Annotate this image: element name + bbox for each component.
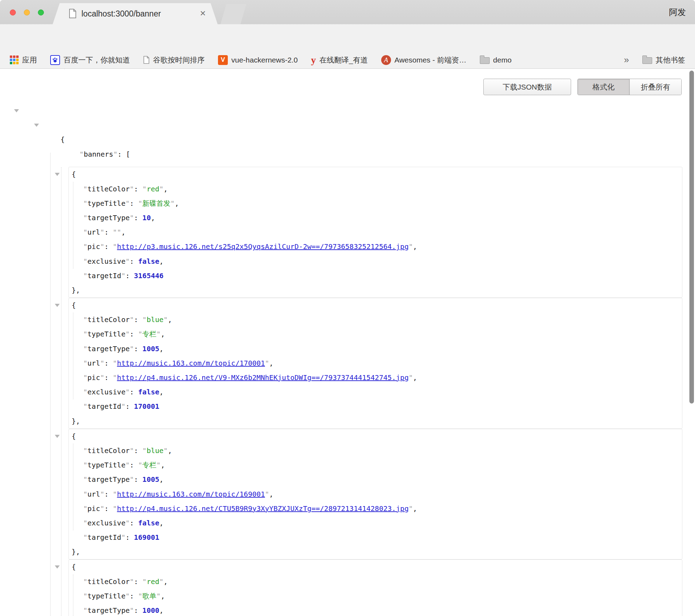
- quote: ": [83, 359, 87, 367]
- bookmark-item-demo-folder[interactable]: demo: [480, 56, 512, 64]
- quote: ": [83, 345, 87, 353]
- quote: ": [130, 475, 134, 484]
- json-key: exclusive: [87, 519, 125, 527]
- minimize-window-icon[interactable]: [24, 9, 30, 15]
- json-bool-value: false: [138, 519, 159, 527]
- quote: ": [83, 461, 87, 469]
- json-link-value[interactable]: http://p3.music.126.net/s25q2x5QyqsAzilC…: [117, 242, 409, 251]
- quote: ": [143, 315, 147, 324]
- json-field-row: "targetId": 169001: [69, 530, 682, 545]
- quote: ": [125, 199, 130, 208]
- json-key: targetId: [87, 402, 121, 411]
- bookmark-item-google-sort[interactable]: 谷歌按时间排序: [143, 55, 205, 65]
- quote: ": [121, 533, 125, 542]
- json-array-items: {"titleColor": "red","typeTitle": "新碟首发"…: [68, 167, 682, 616]
- collapse-triangle-icon[interactable]: [55, 173, 60, 176]
- bookmark-label: 百度一下，你就知道: [64, 55, 130, 65]
- youdao-icon: y: [311, 54, 316, 66]
- new-tab-button[interactable]: [220, 4, 246, 24]
- baidu-paw-icon: [50, 55, 60, 65]
- json-array-item: {"titleColor": "blue","typeTitle": "专栏",…: [68, 429, 682, 560]
- download-json-button[interactable]: 下载JSON数据: [483, 79, 571, 95]
- json-string-value: blue: [147, 315, 164, 324]
- format-button[interactable]: 格式化: [578, 79, 629, 95]
- comma: ,: [159, 519, 164, 527]
- quote: ": [164, 315, 168, 324]
- collapse-triangle-icon[interactable]: [55, 565, 60, 569]
- json-link-value[interactable]: http://music.163.com/m/topic/169001: [117, 490, 265, 498]
- json-number-value: 1005: [143, 475, 159, 484]
- json-key: exclusive: [87, 388, 125, 396]
- comma: ,: [161, 461, 165, 469]
- tab-close-icon[interactable]: ×: [200, 3, 206, 24]
- json-bool-value: false: [138, 388, 159, 396]
- page-content: 下载JSON数据 格式化 折叠所有 { "banners": [ {"title…: [0, 69, 695, 616]
- json-link-value[interactable]: http://p4.music.126.net/V9-MXz6b2MNhEKju…: [117, 373, 409, 382]
- bookmarks-bar: 应用 百度一下，你就知道 谷歌按时间排序 V vue-hackerne: [0, 51, 695, 69]
- apps-shortcut[interactable]: 应用: [10, 55, 37, 65]
- json-string-value: red: [147, 185, 159, 193]
- quote: ": [83, 185, 87, 193]
- comma: ,: [159, 345, 164, 353]
- json-string-value: 歌单: [143, 592, 157, 600]
- json-key: targetType: [87, 345, 130, 353]
- awesomes-icon: A: [381, 55, 391, 65]
- quote: ": [130, 577, 134, 586]
- quote: ": [125, 519, 130, 527]
- quote: ": [138, 199, 143, 208]
- quote: ": [113, 359, 117, 367]
- collapse-triangle-icon[interactable]: [55, 304, 60, 307]
- banners-key: "banners": [: [79, 150, 130, 158]
- colon: :: [130, 257, 138, 266]
- json-object-open-row: {: [69, 429, 682, 444]
- json-bool-value: false: [138, 257, 159, 266]
- json-link-value[interactable]: http://music.163.com/m/topic/170001: [117, 359, 265, 367]
- comma: ,: [121, 228, 125, 236]
- active-tab[interactable]: localhost:3000/banner ×: [53, 3, 218, 24]
- view-mode-group: 格式化 折叠所有: [577, 79, 682, 95]
- bookmark-item-youdao[interactable]: y 在线翻译_有道: [311, 54, 368, 66]
- bookmark-item-baidu[interactable]: 百度一下，你就知道: [50, 55, 130, 65]
- bookmarks-overflow-icon[interactable]: »: [624, 54, 629, 65]
- comma: ,: [269, 490, 273, 498]
- quote: ": [130, 446, 134, 455]
- colon: :: [130, 199, 138, 208]
- quote: ": [83, 330, 87, 338]
- quote: ": [100, 373, 104, 382]
- json-field-row: "targetType": 1000,: [69, 603, 682, 616]
- collapse-triangle-icon[interactable]: [34, 124, 39, 127]
- quote: ": [130, 345, 134, 353]
- colon: :: [130, 461, 138, 469]
- profile-name[interactable]: 阿发: [669, 0, 686, 24]
- json-banners-row: "banners": [: [0, 118, 695, 132]
- colon: :: [134, 214, 143, 222]
- quote: ": [100, 242, 104, 251]
- maximize-window-icon[interactable]: [38, 9, 44, 15]
- comma: ,: [159, 606, 164, 615]
- empty-string-value: "": [113, 228, 121, 236]
- json-field-row: "typeTitle": "专栏",: [69, 327, 682, 341]
- scrollbar-thumb[interactable]: [689, 71, 694, 404]
- collapse-all-button[interactable]: 折叠所有: [629, 79, 681, 95]
- collapse-triangle-icon[interactable]: [14, 109, 19, 112]
- comma: ,: [413, 504, 417, 513]
- bookmark-item-vue-hackernews[interactable]: V vue-hackernews-2.0: [218, 55, 298, 65]
- json-key: pic: [87, 504, 100, 513]
- quote: ": [100, 504, 104, 513]
- bookmark-label: Awesomes - 前端资…: [395, 55, 466, 65]
- json-number-value: 1005: [143, 345, 159, 353]
- json-string-value: 专栏: [143, 461, 157, 469]
- collapse-triangle-icon[interactable]: [55, 435, 60, 438]
- quote: ": [83, 606, 87, 615]
- close-window-icon[interactable]: [10, 9, 16, 15]
- quote: ": [83, 577, 87, 586]
- tree-guide-line: [50, 153, 51, 616]
- folder-icon: [642, 57, 652, 64]
- json-string-value: blue: [147, 446, 164, 455]
- quote: ": [113, 242, 117, 251]
- json-key: targetType: [87, 214, 130, 222]
- json-key: targetId: [87, 271, 121, 280]
- other-bookmarks-folder[interactable]: 其他书签: [642, 55, 685, 65]
- json-link-value[interactable]: http://p4.music.126.net/CTU5B9R9y3XyYBZX…: [117, 504, 409, 513]
- bookmark-item-awesomes[interactable]: A Awesomes - 前端资…: [381, 55, 466, 65]
